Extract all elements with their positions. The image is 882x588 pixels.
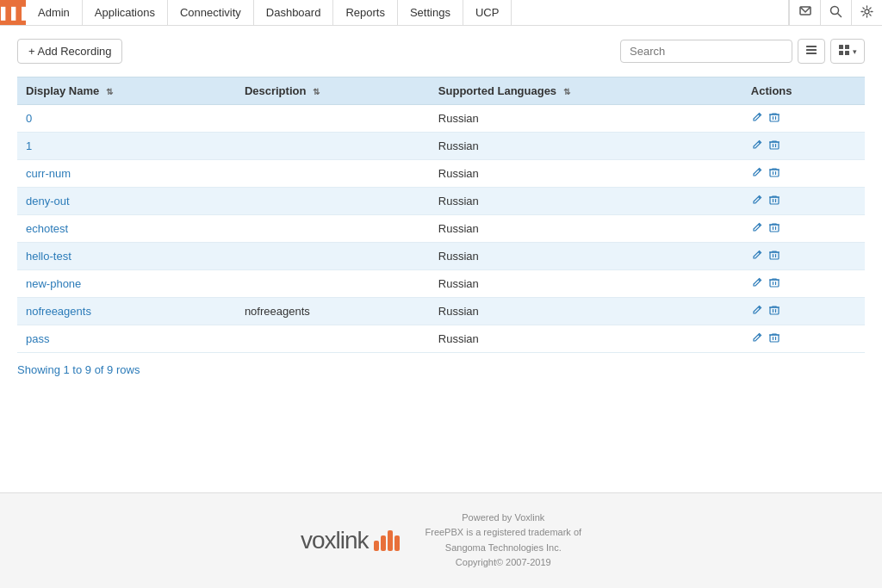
svg-rect-10 (845, 51, 849, 55)
col-header-description[interactable]: Description ⇅ (236, 77, 430, 105)
edit-button[interactable] (751, 221, 763, 236)
edit-button[interactable] (751, 111, 763, 126)
grid-view-button[interactable]: ▾ (830, 39, 865, 64)
nav-tab-settings[interactable]: Settings (398, 0, 463, 25)
cell-actions (742, 160, 865, 188)
cell-supported-languages: Russian (430, 243, 742, 270)
nav-tabs-container: Admin Applications Connectivity Dashboar… (26, 0, 788, 25)
search-input[interactable] (620, 40, 792, 63)
cell-description (236, 105, 430, 133)
footer-info: Powered by Voxlink FreePBX is a register… (425, 511, 582, 571)
table-row: 0Russian (17, 105, 865, 133)
delete-button[interactable] (768, 139, 780, 153)
svg-rect-35 (770, 280, 779, 287)
cell-supported-languages: Russian (430, 215, 742, 243)
table-row: curr-numRussian (17, 160, 865, 188)
nav-tab-dashboard[interactable]: Dashboard (254, 0, 334, 25)
nav-logo: ❚❚❚ (0, 0, 26, 25)
edit-button[interactable] (751, 249, 763, 263)
cell-supported-languages: Russian (430, 188, 742, 215)
cell-supported-languages: Russian (430, 298, 742, 325)
footer-logo-text: voxlink (301, 527, 369, 554)
cell-description (236, 215, 430, 243)
svg-point-3 (865, 9, 869, 14)
wave-bar-1 (374, 541, 379, 551)
cell-actions (742, 188, 865, 215)
table-row: echotestRussian (17, 215, 865, 243)
toolbar: + Add Recording (17, 39, 865, 64)
cell-supported-languages: Russian (430, 105, 742, 133)
cell-description (236, 243, 430, 270)
footer-powered-by: Powered by Voxlink (425, 511, 582, 526)
cell-display-name: 0 (17, 105, 236, 133)
delete-button[interactable] (768, 249, 780, 263)
search-icon (829, 5, 842, 21)
main-content: + Add Recording (0, 26, 882, 492)
page-footer: voxlink Powered by Voxlink FreePBX is a … (0, 492, 882, 588)
settings-button[interactable] (851, 0, 882, 26)
delete-button[interactable] (768, 111, 780, 126)
cell-actions (742, 298, 865, 325)
add-recording-button[interactable]: + Add Recording (17, 39, 122, 64)
showing-rows-text: Showing 1 to 9 of 9 rows (17, 363, 865, 376)
cell-actions (742, 105, 865, 133)
wave-bar-3 (388, 530, 393, 551)
table-row: hello-testRussian (17, 243, 865, 270)
footer-logo-waves (374, 530, 400, 551)
svg-rect-43 (770, 335, 779, 342)
svg-rect-11 (770, 115, 779, 121)
delete-button[interactable] (768, 331, 780, 346)
search-button[interactable] (820, 0, 851, 26)
svg-rect-39 (770, 307, 779, 314)
cell-display-name: new-phone (17, 270, 236, 298)
cell-actions (742, 215, 865, 243)
table-header-row: Display Name ⇅ Description ⇅ Supported L… (17, 77, 865, 105)
edit-button[interactable] (751, 276, 763, 291)
edit-button[interactable] (751, 166, 763, 181)
sort-icon-display-name: ⇅ (106, 87, 113, 96)
delete-button[interactable] (768, 166, 780, 181)
cell-actions (742, 133, 865, 160)
cell-display-name: 1 (17, 133, 236, 160)
delete-button[interactable] (768, 194, 780, 208)
cell-supported-languages: Russian (430, 325, 742, 353)
cell-description (236, 133, 430, 160)
svg-rect-6 (806, 53, 817, 54)
table-row: deny-outRussian (17, 188, 865, 215)
svg-rect-15 (770, 142, 779, 149)
table-row: new-phoneRussian (17, 270, 865, 298)
delete-button[interactable] (768, 221, 780, 236)
delete-button[interactable] (768, 276, 780, 291)
notification-button[interactable] (789, 0, 820, 26)
grid-dropdown-icon: ▾ (853, 47, 857, 56)
nav-tab-ucp[interactable]: UCP (463, 0, 512, 25)
cell-supported-languages: Russian (430, 270, 742, 298)
wave-bar-2 (381, 535, 386, 551)
gear-icon (860, 5, 873, 21)
svg-rect-27 (770, 225, 779, 232)
list-view-button[interactable] (798, 39, 825, 64)
sort-icon-description: ⇅ (313, 87, 320, 96)
cell-display-name: hello-test (17, 243, 236, 270)
svg-rect-19 (770, 170, 779, 176)
nav-tab-applications[interactable]: Applications (83, 0, 168, 25)
edit-button[interactable] (751, 139, 763, 153)
table-row: 1Russian (17, 133, 865, 160)
svg-rect-8 (845, 45, 849, 49)
cell-supported-languages: Russian (430, 133, 742, 160)
col-header-supported-languages[interactable]: Supported Languages ⇅ (430, 77, 742, 105)
delete-button[interactable] (768, 304, 780, 319)
svg-rect-5 (806, 49, 817, 51)
cell-actions (742, 325, 865, 353)
nav-tab-admin[interactable]: Admin (26, 0, 83, 25)
edit-button[interactable] (751, 194, 763, 208)
nav-tab-reports[interactable]: Reports (333, 0, 398, 25)
nav-tab-connectivity[interactable]: Connectivity (168, 0, 254, 25)
cell-display-name: deny-out (17, 188, 236, 215)
table-row: passRussian (17, 325, 865, 353)
grid-view-icon (838, 44, 850, 59)
col-header-display-name[interactable]: Display Name ⇅ (17, 77, 236, 105)
edit-button[interactable] (751, 304, 763, 319)
cell-description: nofreeagents (236, 298, 430, 325)
edit-button[interactable] (751, 331, 763, 346)
